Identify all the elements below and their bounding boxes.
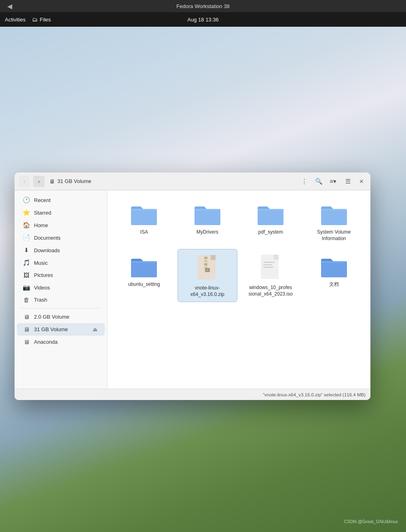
trash-icon: 🗑 — [23, 296, 30, 303]
folder-icon-sysvolinfo — [319, 201, 349, 227]
activities-button[interactable]: Activities — [5, 17, 25, 23]
drive-icon: 🖥 — [49, 178, 55, 185]
files-label: Files — [40, 17, 51, 23]
sidebar-label-home: Home — [34, 222, 48, 228]
system-back-button[interactable]: ◀ — [5, 2, 15, 11]
status-text: "vnote-linux-x64_v3.16.0.zip" selected (… — [263, 392, 366, 397]
sidebar-label-videos: Videos — [34, 285, 50, 291]
iso-icon-windows — [258, 253, 283, 282]
file-item-pdfsystem[interactable]: pdf_system — [241, 197, 301, 246]
sidebar-label-downloads: Downloads — [34, 247, 60, 253]
window-body: 🕐 Recent ⭐ Starred 🏠 Home 📄 Documents ⬇ — [15, 190, 370, 389]
file-name-ubuntusetting: ubuntu_setting — [128, 281, 160, 288]
close-button[interactable]: ✕ — [357, 177, 366, 186]
file-name-wendang: 文档 — [329, 281, 339, 288]
watermark: CSDN @Great_GNU&linux — [344, 519, 398, 524]
path-label: 🖥 31 GB Volume — [49, 178, 91, 185]
sidebar-item-31gb-volume[interactable]: 🖥 31 GB Volume ⏏ — [17, 323, 105, 336]
svg-rect-1 — [195, 209, 220, 225]
sidebar-label-music: Music — [34, 260, 48, 266]
svg-rect-0 — [131, 209, 157, 225]
folder-icon-mydrivers — [193, 201, 222, 227]
svg-rect-14 — [274, 255, 279, 260]
sidebar-item-home[interactable]: 🏠 Home — [17, 219, 105, 231]
starred-icon: ⭐ — [23, 209, 30, 216]
downloads-icon: ⬇ — [23, 247, 30, 254]
eject-button[interactable]: ⏏ — [91, 326, 99, 333]
sidebar-item-2gb-volume[interactable]: 🖥 2.0 GB Volume — [17, 311, 105, 323]
files-grid: ISA MyDrivers — [114, 197, 364, 302]
documents-icon: 📄 — [23, 234, 30, 241]
menu-button[interactable]: ⋮ — [298, 176, 310, 187]
svg-rect-3 — [321, 209, 347, 225]
file-item-mydrivers[interactable]: MyDrivers — [178, 197, 238, 246]
svg-rect-6 — [211, 255, 216, 260]
system-title: Fedora Workstation 38 — [176, 3, 229, 9]
sidebar-item-documents[interactable]: 📄 Documents — [17, 232, 105, 244]
forward-button[interactable]: › — [33, 176, 44, 187]
svg-rect-7 — [204, 257, 207, 259]
desktop-area: ‹ › 🖥 31 GB Volume ⋮ 🔍 ≡▾ ☰ ✕ 🕐 Recent — [0, 27, 406, 532]
app-bar: Activities 🗂 Files Aug 18 13:36 — [0, 12, 406, 27]
svg-rect-16 — [263, 264, 272, 265]
sidebar-item-music[interactable]: 🎵 Music — [17, 257, 105, 269]
file-item-vnote[interactable]: vnote-linux-x64_v3.16.0.zip — [178, 249, 238, 302]
file-name-pdfsystem: pdf_system — [258, 229, 283, 236]
folder-icon-wendang — [319, 253, 349, 279]
file-item-ubuntusetting[interactable]: ubuntu_setting — [114, 249, 174, 302]
file-item-wendang[interactable]: 文档 — [304, 249, 364, 302]
view-menu-button[interactable]: ☰ — [342, 176, 353, 187]
svg-rect-12 — [206, 269, 209, 271]
file-area: ISA MyDrivers — [108, 190, 370, 389]
svg-rect-8 — [204, 260, 207, 262]
files-icon: 🗂 — [32, 16, 38, 23]
sidebar-divider — [20, 308, 102, 309]
svg-rect-4 — [131, 261, 157, 277]
file-name-mydrivers: MyDrivers — [197, 229, 218, 236]
files-menu[interactable]: 🗂 Files — [32, 16, 51, 23]
sidebar-label-anaconda: Anaconda — [34, 339, 58, 345]
file-name-sysvolinfo: System Volume Information — [312, 229, 356, 242]
sidebar: 🕐 Recent ⭐ Starred 🏠 Home 📄 Documents ⬇ — [15, 190, 108, 389]
sidebar-label-31gb-volume: 31 GB Volume — [34, 326, 68, 332]
svg-rect-15 — [263, 262, 275, 263]
sidebar-item-starred[interactable]: ⭐ Starred — [17, 206, 105, 219]
clock: Aug 18 13:36 — [187, 17, 218, 23]
file-item-windows-iso[interactable]: windows_10_professional_x64_2023.iso — [241, 249, 301, 302]
file-item-sysvolinfo[interactable]: System Volume Information — [304, 197, 364, 246]
sidebar-item-anaconda[interactable]: 🖥 Anaconda — [17, 336, 105, 348]
sidebar-label-2gb-volume: 2.0 GB Volume — [34, 314, 69, 320]
sidebar-label-trash: Trash — [34, 297, 47, 303]
zip-icon-vnote — [195, 253, 220, 283]
sidebar-item-trash[interactable]: 🗑 Trash — [17, 294, 105, 306]
sidebar-label-pictures: Pictures — [34, 272, 53, 278]
svg-rect-17 — [263, 267, 273, 268]
status-bar: "vnote-linux-x64_v3.16.0.zip" selected (… — [15, 389, 370, 400]
folder-icon-pdfsystem — [256, 201, 285, 227]
sidebar-item-recent[interactable]: 🕐 Recent — [17, 194, 105, 206]
sidebar-item-videos[interactable]: 📷 Videos — [17, 281, 105, 294]
file-manager-window: ‹ › 🖥 31 GB Volume ⋮ 🔍 ≡▾ ☰ ✕ 🕐 Recent — [15, 172, 370, 400]
music-icon: 🎵 — [23, 259, 30, 266]
videos-icon: 📷 — [23, 284, 30, 291]
sidebar-item-downloads[interactable]: ⬇ Downloads — [17, 244, 105, 256]
sidebar-label-starred: Starred — [34, 210, 51, 216]
sidebar-label-recent: Recent — [34, 197, 51, 203]
sidebar-label-documents: Documents — [34, 235, 61, 241]
system-bar: ◀ Fedora Workstation 38 — [0, 0, 406, 12]
sidebar-item-pictures[interactable]: 🖼 Pictures — [17, 269, 105, 281]
file-name-windows-iso: windows_10_professional_x64_2023.iso — [248, 285, 293, 297]
home-icon: 🏠 — [23, 221, 30, 229]
window-header: ‹ › 🖥 31 GB Volume ⋮ 🔍 ≡▾ ☰ ✕ — [15, 172, 370, 190]
svg-rect-9 — [204, 263, 207, 266]
file-name-vnote: vnote-linux-x64_v3.16.0.zip — [185, 285, 230, 298]
folder-icon-isa — [129, 201, 159, 227]
svg-rect-2 — [258, 209, 283, 225]
view-list-button[interactable]: ≡▾ — [328, 176, 339, 187]
search-button[interactable]: 🔍 — [313, 176, 324, 187]
file-name-isa: ISA — [140, 229, 148, 236]
back-button[interactable]: ‹ — [19, 176, 30, 187]
anaconda-icon: 🖥 — [23, 338, 30, 345]
recent-icon: 🕐 — [23, 196, 30, 204]
file-item-isa[interactable]: ISA — [114, 197, 174, 246]
